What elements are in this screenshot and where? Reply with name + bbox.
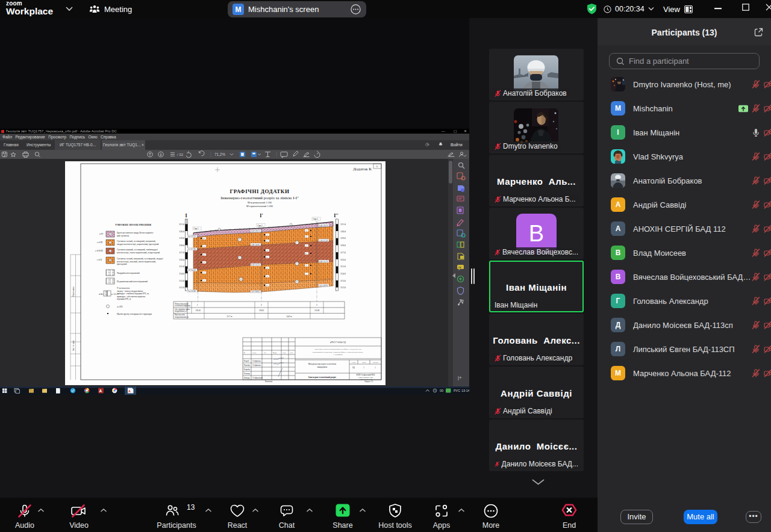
svg-text:е-d ІІ-ІІІ: е-d ІІ-ІІІ: [95, 250, 103, 252]
svg-text:2: 2: [261, 304, 262, 306]
svg-text:3.30 117.26: 3.30 117.26: [319, 240, 328, 242]
svg-text:136.65: 136.65: [259, 309, 264, 312]
svg-text:121.0: 121.0: [179, 223, 184, 226]
svg-text:Інв. № ориг.: Інв. № ориг.: [72, 339, 75, 351]
svg-text:Свр.3: Свр.3: [313, 218, 318, 220]
svg-text:Недовантажений консолідований: Недовантажений консолідований: [117, 280, 148, 283]
svg-text:Інженерно-геологічний розріз з: Інженерно-геологічний розріз за лінією І…: [220, 196, 298, 200]
svg-text:Стадія: Стадія: [351, 362, 356, 363]
svg-text:Ґрунт рослинного шару. Вогко-к: Ґрунт рослинного шару. Вогко-коричне-: [117, 231, 154, 234]
svg-text:120.0: 120.0: [340, 230, 346, 233]
svg-text:Додаток К: Додаток К: [353, 167, 372, 172]
svg-text:/ 32: / 32: [177, 153, 184, 156]
svg-text:Стефанський: Стефанський: [252, 377, 263, 379]
svg-text:праворуч - абсолютна відмітка: праворуч - абсолютна відмітка: [117, 295, 145, 298]
svg-text:е-d ІІІ: е-d ІІІ: [97, 241, 103, 244]
svg-text:115.0: 115.0: [179, 265, 184, 268]
svg-text:11: 11: [376, 165, 378, 168]
svg-text:Стефанськ.: Стефанськ.: [252, 360, 261, 362]
svg-text:3.5: 3.5: [305, 245, 308, 247]
svg-text:Проби ґрунту непорушеної струк: Проби ґрунту непорушеної структури: [117, 313, 152, 315]
svg-text:Розробн.: Розробн.: [244, 368, 251, 371]
svg-text:4TU17-5034-СД: 4TU17-5034-СД: [330, 341, 346, 344]
svg-text:119.0: 119.0: [179, 237, 184, 240]
svg-text:3.5: 3.5: [266, 250, 269, 252]
svg-text:геологічної виробки: геологічної виробки: [175, 305, 190, 307]
svg-text:Н.контр.: Н.контр.: [244, 373, 251, 375]
svg-text:0.40 120.16: 0.40 120.16: [319, 224, 328, 227]
svg-text:112.0: 112.0: [179, 286, 184, 289]
svg-text:113.0: 113.0: [179, 279, 184, 282]
svg-text:У позначення:: У позначення:: [117, 287, 130, 289]
svg-text:№ ІГЕ: № ІГЕ: [117, 306, 123, 308]
svg-text:Інженерно-геологічні вишукуван: Інженерно-геологічні вишукування на об'є…: [314, 348, 361, 350]
svg-text:2.5: 2.5: [266, 240, 269, 242]
svg-text:54.0 м: 54.0 м: [287, 315, 293, 318]
svg-text:Арк.: Арк.: [263, 352, 266, 354]
svg-text:М вертикальний 1:100: М вертикальний 1:100: [248, 201, 272, 204]
svg-text:Дата: Дата: [290, 352, 293, 354]
svg-text:Копіював: Копіював: [265, 380, 273, 383]
svg-text:10.0 109.65: 10.0 109.65: [251, 291, 260, 293]
svg-text:118.0: 118.0: [179, 244, 184, 247]
svg-text:5.9 114.26: 5.9 114.26: [188, 269, 196, 271]
svg-text:Затверд.: Затверд.: [244, 377, 251, 379]
svg-text:2.0: 2.0: [305, 236, 308, 238]
svg-text:114.0: 114.0: [340, 272, 346, 275]
svg-text:7.0: 7.0: [203, 280, 205, 282]
svg-text:6.0: 6.0: [266, 267, 269, 269]
svg-text:Матеріали інженерно-геологічни: Матеріали інженерно-геологічних: [308, 363, 337, 365]
svg-text:Стефанськ.: Стефанськ.: [252, 364, 261, 367]
svg-text:113.0: 113.0: [340, 279, 346, 282]
svg-text:Підп.: Підп.: [282, 352, 286, 354]
svg-text:117.0: 117.0: [340, 251, 346, 254]
svg-text:розташований за адресою: Черка: розташований за адресою: Черкаська облас…: [313, 351, 363, 353]
svg-text:7.0: 7.0: [305, 274, 308, 276]
svg-text:Аркушів: Аркушів: [372, 362, 378, 363]
svg-text:6.0: 6.0: [203, 272, 205, 274]
svg-text:3: 3: [316, 304, 317, 306]
svg-text:4.0: 4.0: [203, 254, 205, 256]
svg-text:4.5: 4.5: [305, 253, 308, 255]
svg-text:Свр.1: Свр.1: [194, 227, 199, 230]
svg-text:A: A: [99, 389, 102, 393]
svg-text:1.0: 1.0: [305, 230, 308, 232]
svg-text:4.5: 4.5: [266, 256, 269, 258]
svg-text:120.0: 120.0: [179, 230, 184, 233]
svg-text:І': І': [260, 213, 263, 218]
svg-text:0.50 119.15: 0.50 119.15: [251, 230, 260, 232]
svg-text:112.0: 112.0: [340, 286, 346, 289]
svg-text:Формат А3: Формат А3: [364, 380, 373, 383]
svg-text:с. Коробівка: с. Коробівка: [333, 353, 343, 356]
svg-text:5.0: 5.0: [203, 262, 205, 264]
svg-text:а-IV: а-IV: [99, 233, 104, 235]
svg-text:І: І: [185, 213, 187, 218]
svg-text:№док.: №док.: [273, 352, 277, 354]
svg-text:вий суглинок: вий суглинок: [117, 235, 130, 237]
svg-text:117.0: 117.0: [179, 251, 184, 254]
svg-text:ra: ra: [458, 265, 461, 269]
svg-text:РУС: РУС: [454, 389, 460, 392]
svg-text:Висновки: Висновки: [72, 286, 75, 297]
svg-text:115.0: 115.0: [340, 265, 346, 268]
svg-text:1: 1: [197, 304, 198, 306]
svg-text:3.0: 3.0: [203, 246, 205, 247]
svg-text:8.5: 8.5: [266, 285, 269, 286]
svg-text:6.0: 6.0: [305, 265, 308, 267]
svg-text:9.4 110.86: 9.4 110.86: [188, 290, 196, 292]
svg-text:4.50: 4.50: [99, 293, 102, 295]
svg-text:зверху - номер свердловини;: зверху - номер свердловини;: [117, 290, 143, 292]
svg-text:119.0: 119.0: [340, 237, 346, 240]
svg-text:2.3 117.86: 2.3 117.86: [188, 248, 196, 250]
svg-text:|+: |+: [458, 375, 462, 380]
svg-text:116.0: 116.0: [179, 258, 184, 261]
svg-text:Перевір.: Перевір.: [244, 364, 251, 367]
svg-text:116.0: 116.0: [340, 258, 346, 261]
svg-text:13:14: 13:14: [461, 389, 469, 392]
svg-text:М горизонтальний 1:200: М горизонтальний 1:200: [246, 205, 273, 208]
svg-text:6.80 113.76: 6.80 113.76: [319, 261, 328, 263]
svg-text:121.0: 121.0: [340, 223, 346, 226]
svg-text:118.0: 118.0: [340, 244, 346, 247]
svg-text:ГРАФІЧНІ ДОДАТКИ: ГРАФІЧНІ ДОДАТКИ: [230, 188, 290, 194]
svg-text:Аркуш: Аркуш: [361, 362, 366, 363]
